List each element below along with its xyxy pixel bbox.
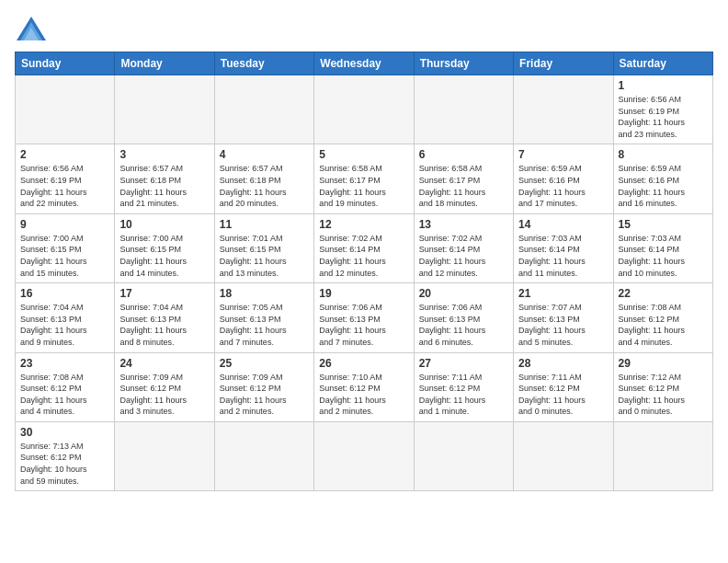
day-number: 27: [419, 357, 508, 370]
day-info: Sunrise: 6:58 AM Sunset: 6:17 PM Dayligh…: [319, 163, 408, 209]
calendar-day-cell: [115, 421, 214, 490]
day-info: Sunrise: 7:05 AM Sunset: 6:13 PM Dayligh…: [220, 302, 309, 348]
day-info: Sunrise: 7:11 AM Sunset: 6:12 PM Dayligh…: [518, 372, 608, 418]
day-number: 7: [518, 148, 608, 161]
day-info: Sunrise: 7:02 AM Sunset: 6:14 PM Dayligh…: [419, 233, 508, 279]
calendar-week-row: 30Sunrise: 7:13 AM Sunset: 6:12 PM Dayli…: [16, 421, 713, 490]
day-number: 10: [119, 218, 209, 231]
calendar-day-cell: 24Sunrise: 7:09 AM Sunset: 6:12 PM Dayli…: [115, 352, 214, 421]
calendar-day-cell: [314, 421, 414, 490]
calendar-day-cell: 7Sunrise: 6:59 AM Sunset: 6:16 PM Daylig…: [514, 144, 613, 213]
calendar-day-cell: 21Sunrise: 7:07 AM Sunset: 6:13 PM Dayli…: [514, 283, 613, 352]
calendar-day-cell: 22Sunrise: 7:08 AM Sunset: 6:12 PM Dayli…: [613, 283, 712, 352]
calendar-day-cell: 30Sunrise: 7:13 AM Sunset: 6:12 PM Dayli…: [16, 421, 115, 490]
calendar-day-cell: 5Sunrise: 6:58 AM Sunset: 6:17 PM Daylig…: [314, 144, 414, 213]
calendar-week-row: 2Sunrise: 6:56 AM Sunset: 6:19 PM Daylig…: [16, 144, 713, 213]
day-number: 28: [518, 357, 608, 370]
day-number: 26: [319, 357, 408, 370]
calendar-day-cell: [414, 75, 513, 144]
day-info: Sunrise: 6:59 AM Sunset: 6:16 PM Dayligh…: [518, 163, 608, 209]
day-of-week-header: Monday: [115, 52, 214, 75]
day-number: 4: [220, 148, 309, 161]
calendar-day-cell: 20Sunrise: 7:06 AM Sunset: 6:13 PM Dayli…: [414, 283, 513, 352]
day-number: 1: [619, 79, 708, 92]
day-info: Sunrise: 7:08 AM Sunset: 6:12 PM Dayligh…: [20, 372, 109, 418]
day-info: Sunrise: 7:11 AM Sunset: 6:12 PM Dayligh…: [419, 372, 508, 418]
calendar-day-cell: 26Sunrise: 7:10 AM Sunset: 6:12 PM Dayli…: [314, 352, 414, 421]
day-number: 21: [518, 287, 608, 300]
calendar-day-cell: 17Sunrise: 7:04 AM Sunset: 6:13 PM Dayli…: [115, 283, 214, 352]
day-of-week-header: Friday: [514, 52, 613, 75]
calendar-day-cell: 27Sunrise: 7:11 AM Sunset: 6:12 PM Dayli…: [414, 352, 513, 421]
day-of-week-header: Wednesday: [314, 52, 414, 75]
day-number: 19: [319, 287, 408, 300]
calendar-day-cell: [214, 421, 313, 490]
day-number: 24: [119, 357, 209, 370]
day-info: Sunrise: 7:06 AM Sunset: 6:13 PM Dayligh…: [319, 302, 408, 348]
calendar-day-cell: 8Sunrise: 6:59 AM Sunset: 6:16 PM Daylig…: [613, 144, 712, 213]
day-number: 18: [220, 287, 309, 300]
day-number: 8: [619, 148, 708, 161]
day-number: 16: [20, 287, 109, 300]
calendar-day-cell: 2Sunrise: 6:56 AM Sunset: 6:19 PM Daylig…: [16, 144, 115, 213]
calendar-day-cell: [16, 75, 115, 144]
logo: [15, 15, 53, 42]
calendar-week-row: 23Sunrise: 7:08 AM Sunset: 6:12 PM Dayli…: [16, 352, 713, 421]
calendar-day-cell: [514, 75, 613, 144]
day-number: 23: [20, 357, 109, 370]
day-info: Sunrise: 7:03 AM Sunset: 6:14 PM Dayligh…: [518, 233, 608, 279]
calendar-day-cell: 9Sunrise: 7:00 AM Sunset: 6:15 PM Daylig…: [16, 213, 115, 282]
day-info: Sunrise: 6:58 AM Sunset: 6:17 PM Dayligh…: [419, 163, 508, 209]
day-info: Sunrise: 7:10 AM Sunset: 6:12 PM Dayligh…: [319, 372, 408, 418]
day-of-week-header: Saturday: [613, 52, 712, 75]
day-info: Sunrise: 7:08 AM Sunset: 6:12 PM Dayligh…: [619, 302, 708, 348]
day-number: 29: [619, 357, 708, 370]
day-number: 14: [518, 218, 608, 231]
day-of-week-header: Tuesday: [214, 52, 313, 75]
day-info: Sunrise: 7:09 AM Sunset: 6:12 PM Dayligh…: [119, 372, 209, 418]
day-number: 13: [419, 218, 508, 231]
calendar-day-cell: [613, 421, 712, 490]
calendar-day-cell: 15Sunrise: 7:03 AM Sunset: 6:14 PM Dayli…: [613, 213, 712, 282]
day-info: Sunrise: 7:00 AM Sunset: 6:15 PM Dayligh…: [119, 233, 209, 279]
day-number: 11: [220, 218, 309, 231]
day-number: 9: [20, 218, 109, 231]
logo-icon: [15, 15, 48, 42]
calendar-week-row: 9Sunrise: 7:00 AM Sunset: 6:15 PM Daylig…: [16, 213, 713, 282]
calendar-day-cell: 29Sunrise: 7:12 AM Sunset: 6:12 PM Dayli…: [613, 352, 712, 421]
day-number: 2: [20, 148, 109, 161]
calendar-week-row: 1Sunrise: 6:56 AM Sunset: 6:19 PM Daylig…: [16, 75, 713, 144]
day-info: Sunrise: 7:07 AM Sunset: 6:13 PM Dayligh…: [518, 302, 608, 348]
day-number: 22: [619, 287, 708, 300]
day-number: 30: [20, 426, 109, 439]
calendar-day-cell: [214, 75, 313, 144]
day-number: 12: [319, 218, 408, 231]
calendar-day-cell: 10Sunrise: 7:00 AM Sunset: 6:15 PM Dayli…: [115, 213, 214, 282]
calendar-day-cell: [314, 75, 414, 144]
page-header: [15, 15, 713, 42]
day-info: Sunrise: 7:01 AM Sunset: 6:15 PM Dayligh…: [220, 233, 309, 279]
calendar-day-cell: 13Sunrise: 7:02 AM Sunset: 6:14 PM Dayli…: [414, 213, 513, 282]
day-info: Sunrise: 6:57 AM Sunset: 6:18 PM Dayligh…: [220, 163, 309, 209]
calendar-day-cell: 18Sunrise: 7:05 AM Sunset: 6:13 PM Dayli…: [214, 283, 313, 352]
calendar-day-cell: 11Sunrise: 7:01 AM Sunset: 6:15 PM Dayli…: [214, 213, 313, 282]
day-info: Sunrise: 7:03 AM Sunset: 6:14 PM Dayligh…: [619, 233, 708, 279]
day-info: Sunrise: 7:13 AM Sunset: 6:12 PM Dayligh…: [20, 441, 109, 487]
day-info: Sunrise: 7:09 AM Sunset: 6:12 PM Dayligh…: [220, 372, 309, 418]
calendar-day-cell: 6Sunrise: 6:58 AM Sunset: 6:17 PM Daylig…: [414, 144, 513, 213]
day-number: 20: [419, 287, 508, 300]
day-info: Sunrise: 7:02 AM Sunset: 6:14 PM Dayligh…: [319, 233, 408, 279]
day-info: Sunrise: 6:56 AM Sunset: 6:19 PM Dayligh…: [619, 94, 708, 140]
day-number: 5: [319, 148, 408, 161]
day-number: 3: [119, 148, 209, 161]
calendar-day-cell: 4Sunrise: 6:57 AM Sunset: 6:18 PM Daylig…: [214, 144, 313, 213]
calendar-day-cell: 28Sunrise: 7:11 AM Sunset: 6:12 PM Dayli…: [514, 352, 613, 421]
calendar-day-cell: 14Sunrise: 7:03 AM Sunset: 6:14 PM Dayli…: [514, 213, 613, 282]
calendar-week-row: 16Sunrise: 7:04 AM Sunset: 6:13 PM Dayli…: [16, 283, 713, 352]
calendar-day-cell: [115, 75, 214, 144]
day-number: 17: [119, 287, 209, 300]
calendar-day-cell: [414, 421, 513, 490]
day-number: 15: [619, 218, 708, 231]
calendar-day-cell: 19Sunrise: 7:06 AM Sunset: 6:13 PM Dayli…: [314, 283, 414, 352]
calendar-day-cell: 25Sunrise: 7:09 AM Sunset: 6:12 PM Dayli…: [214, 352, 313, 421]
